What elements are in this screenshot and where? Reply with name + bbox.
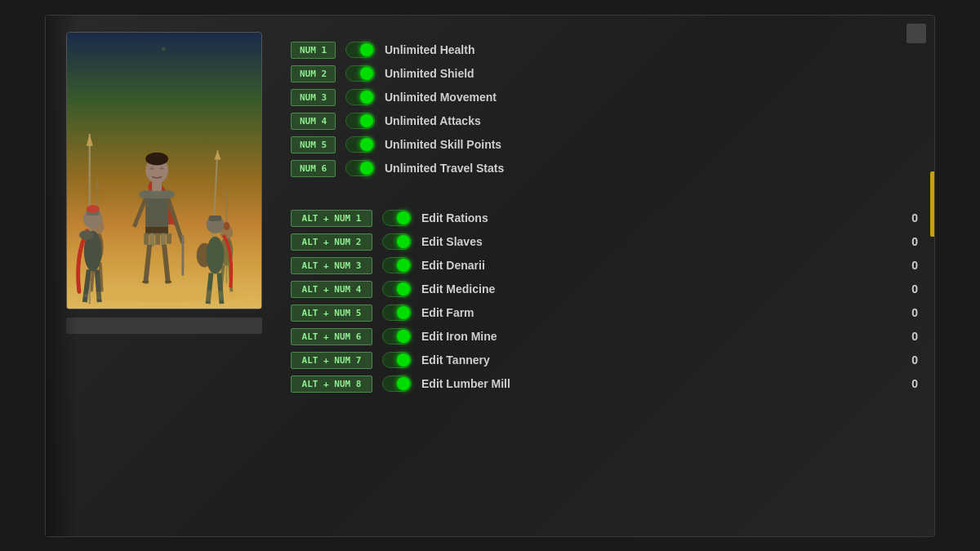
key-badge[interactable]: NUM 5 xyxy=(291,136,336,153)
right-accent-bar xyxy=(930,171,934,237)
svg-rect-49 xyxy=(209,216,222,221)
cheat-row: ALT + NUM 2 Edit Slaves 0 xyxy=(291,232,918,252)
svg-point-10 xyxy=(223,221,229,229)
svg-marker-36 xyxy=(87,133,93,145)
cheat-value: 0 xyxy=(902,259,918,272)
svg-line-24 xyxy=(164,244,168,283)
cheat-label: Edit Rations xyxy=(421,211,892,224)
toggle-switch[interactable] xyxy=(382,375,412,392)
game-cover: ○ xyxy=(66,32,262,309)
toggle-knob xyxy=(397,259,410,272)
cheat-row: NUM 6 Unlimited Travel Stats xyxy=(291,158,918,179)
key-badge[interactable]: ALT + NUM 2 xyxy=(291,233,372,251)
toggle-knob xyxy=(360,43,373,56)
toggle-switch[interactable] xyxy=(382,281,412,297)
key-badge[interactable]: NUM 3 xyxy=(291,89,336,106)
toggle-switch[interactable] xyxy=(382,233,412,250)
svg-rect-17 xyxy=(145,226,168,233)
key-badge[interactable]: ALT + NUM 5 xyxy=(291,304,372,322)
svg-point-30 xyxy=(159,167,164,170)
cheat-label: Edit Lumber Mill xyxy=(421,377,892,390)
key-badge[interactable]: ALT + NUM 7 xyxy=(291,352,372,369)
key-badge[interactable]: ALT + NUM 8 xyxy=(291,375,372,393)
key-badge[interactable]: NUM 2 xyxy=(291,65,336,82)
svg-point-15 xyxy=(139,190,152,198)
cheat-label: Edit Medicine xyxy=(421,282,892,295)
toggle-switch[interactable] xyxy=(345,65,375,82)
svg-point-38 xyxy=(79,229,94,239)
svg-point-47 xyxy=(207,236,225,273)
cheat-row: NUM 5 Unlimited Skill Points xyxy=(291,135,918,155)
key-badge[interactable]: NUM 4 xyxy=(291,113,336,130)
toggle-switch[interactable] xyxy=(345,89,375,105)
trainer-label-box xyxy=(66,318,262,334)
cover-content: ○ xyxy=(67,33,261,309)
cheat-label: Unlimited Travel Stats xyxy=(385,162,918,175)
cheat-label: Unlimited Health xyxy=(385,43,918,56)
cheat-row: ALT + NUM 7 Edit Tannery 0 xyxy=(291,350,918,371)
toggle-switch[interactable] xyxy=(345,113,375,129)
toggle-knob xyxy=(397,330,410,343)
cheat-row: ALT + NUM 6 Edit Iron Mine 0 xyxy=(291,327,918,347)
toggle-switch[interactable] xyxy=(345,136,375,153)
cheat-label: Edit Iron Mine xyxy=(421,330,892,343)
soldiers-area xyxy=(67,129,261,309)
left-panel: ○ xyxy=(62,32,266,520)
svg-rect-22 xyxy=(167,233,172,243)
key-badge[interactable]: ALT + NUM 3 xyxy=(291,257,372,274)
toggle-knob xyxy=(360,162,373,175)
svg-marker-45 xyxy=(214,149,220,159)
cheat-value: 0 xyxy=(902,211,918,224)
toggle-knob xyxy=(397,377,410,390)
cheat-label: Unlimited Movement xyxy=(385,91,918,104)
key-badge[interactable]: ALT + NUM 4 xyxy=(291,281,372,298)
svg-point-52 xyxy=(83,289,245,302)
toggle-knob xyxy=(397,282,410,295)
cheat-row: NUM 4 Unlimited Attacks xyxy=(291,111,918,131)
cheat-label: Edit Tannery xyxy=(421,353,892,367)
toggle-switch[interactable] xyxy=(345,42,375,58)
svg-rect-21 xyxy=(161,233,166,245)
key-badge[interactable]: ALT + NUM 6 xyxy=(291,328,372,345)
cheat-label: Unlimited Shield xyxy=(385,67,918,80)
section-divider xyxy=(291,185,918,202)
cheat-row: NUM 1 Unlimited Health xyxy=(291,40,918,60)
cheat-row: ALT + NUM 3 Edit Denarii 0 xyxy=(291,256,918,276)
cheat-row: ALT + NUM 4 Edit Medicine 0 xyxy=(291,279,918,300)
key-badge[interactable]: NUM 1 xyxy=(291,42,336,59)
key-badge[interactable]: NUM 6 xyxy=(291,160,336,177)
toggle-switch[interactable] xyxy=(382,304,412,321)
svg-point-29 xyxy=(149,167,154,170)
cheat-row: NUM 3 Unlimited Movement xyxy=(291,87,918,108)
cheat-value: 0 xyxy=(902,330,918,343)
svg-point-31 xyxy=(145,152,168,165)
right-panel: NUM 1 Unlimited Health NUM 2 Unlimited S… xyxy=(291,32,918,520)
cheat-value: 0 xyxy=(902,282,918,295)
svg-point-16 xyxy=(162,190,175,198)
key-badge[interactable]: ALT + NUM 1 xyxy=(291,210,372,227)
toggle-switch[interactable] xyxy=(382,352,412,368)
toggle-switch[interactable] xyxy=(345,160,375,176)
svg-rect-18 xyxy=(144,233,149,244)
cover-circle-icon: ○ xyxy=(67,45,261,52)
cheat-label: Unlimited Skill Points xyxy=(385,138,918,151)
soldiers-svg xyxy=(67,129,261,309)
cheat-row: NUM 2 Unlimited Shield xyxy=(291,64,918,84)
toggle-knob xyxy=(360,138,373,151)
cheat-label: Edit Denarii xyxy=(421,259,892,272)
section-num-keys: NUM 1 Unlimited Health NUM 2 Unlimited S… xyxy=(291,40,918,179)
cover-title: ○ xyxy=(67,33,261,54)
cheat-label: Edit Slaves xyxy=(421,235,892,248)
toggle-switch[interactable] xyxy=(382,257,412,273)
svg-rect-20 xyxy=(155,233,160,244)
cheat-label: Unlimited Attacks xyxy=(385,114,918,127)
toggle-knob xyxy=(360,91,373,104)
cheat-row: ALT + NUM 1 Edit Rations 0 xyxy=(291,208,918,229)
toggle-switch[interactable] xyxy=(382,210,412,226)
toggle-switch[interactable] xyxy=(382,328,412,344)
svg-line-23 xyxy=(145,244,149,283)
cheat-value: 0 xyxy=(902,306,918,319)
close-button[interactable] xyxy=(906,24,926,43)
cheat-row: ALT + NUM 5 Edit Farm 0 xyxy=(291,303,918,323)
section-alt-num-keys: ALT + NUM 1 Edit Rations 0 ALT + NUM 2 E… xyxy=(291,208,918,394)
